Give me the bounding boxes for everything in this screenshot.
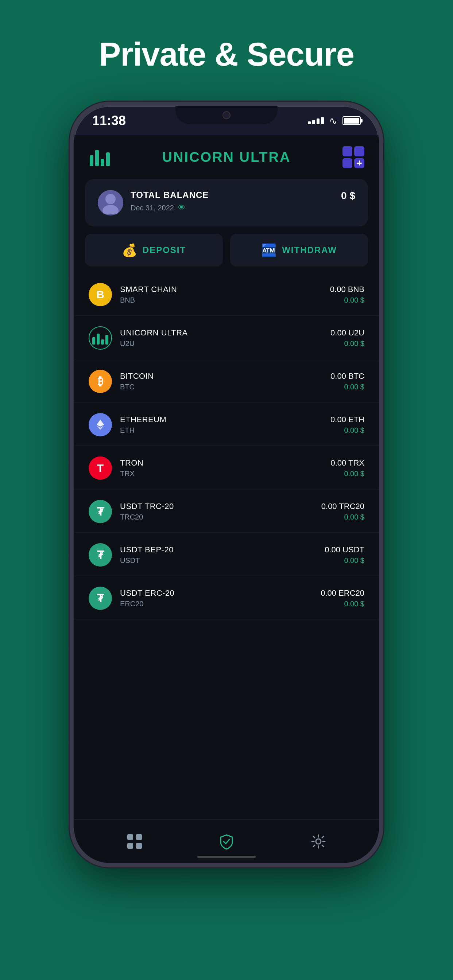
coin-symbol: ERC20 [120,600,174,608]
coin-name: SMART CHAIN [120,285,177,294]
svg-marker-2 [97,420,104,426]
coin-amount: 0.00 ERC20 [321,589,364,598]
coin-symbol: TRX [120,469,144,478]
coin-value: 0.00 $ [325,556,364,565]
status-time: 11:38 [92,113,126,128]
nav-settings[interactable] [310,834,327,850]
balance-card: TOTAL BALANCE Dec 31, 2022 👁 0 $ [85,179,368,226]
nav-home[interactable] [126,834,143,850]
coin-symbol: ETH [120,426,166,434]
coin-symbol: TRC20 [120,513,174,521]
svg-rect-6 [127,843,133,849]
coin-symbol: BTC [120,383,154,391]
balance-amount: 0 $ [341,190,355,202]
front-camera [222,111,231,119]
coin-item-eth[interactable]: ETHEREUM ETH 0.00 ETH 0.00 $ [74,404,379,446]
deposit-label: DEPOSIT [143,245,186,255]
status-icons: ∿ [308,115,361,127]
coin-value: 0.00 $ [330,383,364,391]
eye-icon[interactable]: 👁 [178,203,186,213]
app-logo [89,146,110,168]
page-title: Private & Secure [99,37,354,73]
coin-item-erc20[interactable]: ₮ USDT ERC-20 ERC20 0.00 ERC20 0.00 $ [74,578,379,619]
wifi-icon: ∿ [329,115,337,127]
balance-date: Dec 31, 2022 👁 [131,203,209,213]
home-icon [126,834,143,850]
coin-value: 0.00 $ [330,426,364,434]
balance-label: TOTAL BALANCE [131,190,209,200]
avatar [98,190,123,215]
deposit-icon: 💰 [122,243,137,258]
coin-amount: 0.00 USDT [325,545,364,555]
coin-logo-btc: ₿ [89,370,112,393]
coin-value: 0.00 $ [321,600,364,608]
coin-logo-usdt: ₮ [89,543,112,566]
coin-logo-bnb: B [89,283,112,306]
coin-item-u2u[interactable]: UNICORN ULTRA U2U 0.00 U2U 0.00 $ [74,317,379,359]
coin-logo-eth [89,413,112,436]
phone-notch [175,106,278,124]
coin-symbol: USDT [120,556,174,565]
coin-logo-trx: T [89,457,112,480]
coin-logo-u2u [89,326,112,350]
nav-security[interactable] [219,834,234,850]
svg-point-8 [316,839,321,844]
coin-symbol: BNB [120,296,177,304]
action-buttons: 💰 DEPOSIT 🏧 WITHDRAW [85,234,368,267]
app-title: UNICORN ULTRA [162,150,291,165]
coin-item-trc20[interactable]: ₮ USDT TRC-20 TRC20 0.00 TRC20 0.00 $ [74,491,379,533]
phone-frame: 11:38 ∿ [70,102,383,867]
withdraw-label: WITHDRAW [282,245,337,255]
coin-amount: 0.00 U2U [330,328,364,337]
coin-symbol: U2U [120,339,188,348]
coin-value: 0.00 $ [330,339,364,348]
coin-value: 0.00 $ [330,296,364,304]
coin-name: TRON [120,458,144,468]
coin-value: 0.00 $ [330,469,364,478]
battery-icon [343,116,361,125]
coin-amount: 0.00 BNB [330,285,364,294]
signal-icon [308,117,324,124]
coin-list: B SMART CHAIN BNB 0.00 BNB 0.00 $ [74,274,379,619]
svg-rect-5 [136,834,142,840]
svg-point-0 [105,194,116,204]
home-indicator [197,856,256,858]
screen: UNICORN ULTRA TOTAL BALANCE [74,135,379,863]
svg-rect-4 [127,834,133,840]
coin-amount: 0.00 TRX [330,458,364,468]
coin-logo-trc20: ₮ [89,500,112,523]
coin-item-usdt[interactable]: ₮ USDT BEP-20 USDT 0.00 USDT 0.00 $ [74,534,379,576]
withdraw-icon: 🏧 [261,243,276,258]
coin-name: ETHEREUM [120,415,166,425]
coin-logo-erc20: ₮ [89,587,112,610]
coin-name: BITCOIN [120,372,154,381]
coin-amount: 0.00 TRC20 [321,502,364,511]
coin-amount: 0.00 BTC [330,372,364,381]
coin-name: UNICORN ULTRA [120,328,188,337]
settings-icon [310,834,327,850]
coin-item-btc[interactable]: ₿ BITCOIN BTC 0.00 BTC 0.00 $ [74,361,379,402]
coin-name: USDT BEP-20 [120,545,174,555]
app-header: UNICORN ULTRA [74,135,379,175]
svg-point-1 [102,205,118,214]
coin-name: USDT ERC-20 [120,589,174,598]
coin-amount: 0.00 ETH [330,415,364,425]
add-widget-button[interactable] [343,146,364,168]
coin-name: USDT TRC-20 [120,502,174,511]
coin-item-trx[interactable]: T TRON TRX 0.00 TRX 0.00 $ [74,447,379,489]
shield-icon [219,834,234,850]
coin-value: 0.00 $ [321,513,364,521]
deposit-button[interactable]: 💰 DEPOSIT [85,234,223,267]
coin-item-bnb[interactable]: B SMART CHAIN BNB 0.00 BNB 0.00 $ [74,274,379,316]
svg-rect-7 [136,843,142,849]
withdraw-button[interactable]: 🏧 WITHDRAW [230,234,368,267]
